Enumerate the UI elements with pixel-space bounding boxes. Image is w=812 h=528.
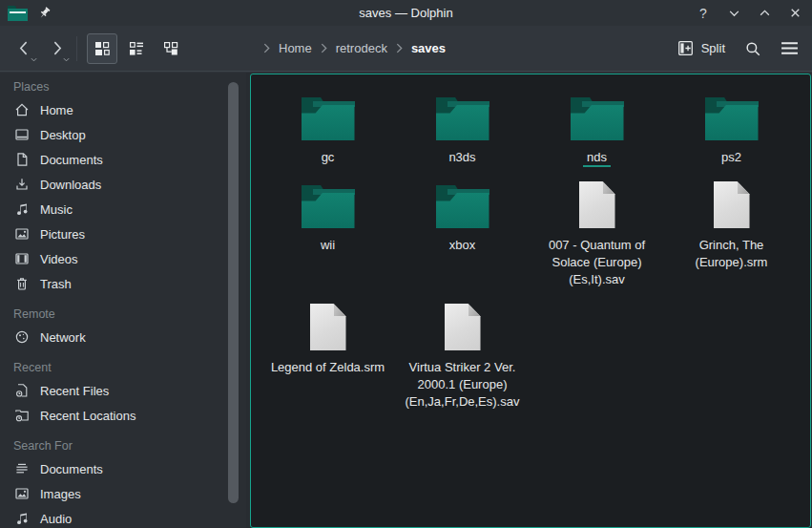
window-controls: ? [696,0,802,26]
file-grid: gc n3ds nds ps2 [251,74,810,423]
titlebar-left [8,0,52,26]
split-button[interactable]: Split [677,40,725,56]
toolbar-separator [76,36,77,61]
file-item-xbox[interactable]: xbox [395,179,530,254]
file-item-label: gc [322,149,335,166]
sidebar-item-desktop[interactable]: Desktop [0,122,246,147]
content-area: Places Home Desktop Documents Downloads [0,73,812,528]
sidebar-item-videos[interactable]: Videos [0,246,246,271]
forward-button[interactable] [44,34,69,63]
file-icon [714,179,750,228]
sidebar-item-label: Pictures [40,227,85,242]
folder-icon [571,91,624,140]
sidebar-item-network[interactable]: Network [0,325,246,349]
file-item-ps2[interactable]: ps2 [664,91,799,166]
image-icon [13,486,30,502]
maximize-button[interactable] [757,6,772,21]
file-item-label: Virtua Striker 2 Ver. 2000.1 (Europe) (E… [403,359,523,411]
back-button[interactable] [11,34,36,63]
chevron-right-icon [262,43,271,53]
file-item-legend-of-zelda[interactable]: Legend of Zelda.srm [260,301,395,376]
sidebar-item-home[interactable]: Home [0,97,246,122]
video-icon [13,251,30,267]
minimize-button[interactable] [726,6,741,21]
close-button[interactable] [787,6,802,21]
sidebar-item-label: Trash [40,277,72,291]
file-item-label: n3ds [448,149,475,166]
chevron-right-icon [395,43,404,53]
sidebar-item-downloads[interactable]: Downloads [0,172,246,197]
document-icon [13,152,30,168]
forward-dropdown-caret-icon[interactable] [63,57,70,62]
sidebar-item-label: Audio [40,512,72,526]
dolphin-app-icon [8,6,28,21]
folder-icon [436,179,489,228]
sidebar-item-documents[interactable]: Documents [0,147,246,172]
recent-files-icon [13,383,30,399]
file-item-label: wii [321,237,335,254]
sidebar-item-label: Recent Locations [40,409,135,423]
file-item-gc[interactable]: gc [260,91,395,166]
sidebar-item-search-images[interactable]: Images [0,481,246,506]
network-icon [13,329,30,346]
file-item-nds[interactable]: nds [530,91,664,166]
breadcrumb-retrodeck[interactable]: retrodeck [334,39,389,57]
pin-icon[interactable] [37,6,52,20]
picture-icon [13,226,30,243]
breadcrumb-home[interactable]: Home [277,39,314,57]
file-item-virtua-striker-2[interactable]: Virtua Striker 2 Ver. 2000.1 (Europe) (E… [395,301,530,411]
sidebar-item-label: Documents [40,153,103,167]
window-title: saves — Dolphin [0,6,812,20]
sidebar-item-label: Images [40,487,81,501]
sidebar-item-trash[interactable]: Trash [0,271,246,296]
sidebar-item-label: Videos [40,252,78,266]
audio-note-icon [13,511,30,527]
file-icon [445,301,481,350]
folder-icon [302,91,355,140]
help-button[interactable]: ? [696,6,711,21]
section-header-remote: Remote [0,305,246,325]
file-item-n3ds[interactable]: n3ds [395,91,530,166]
sidebar-item-music[interactable]: Music [0,197,246,222]
sidebar-item-label: Home [40,103,73,117]
titlebar: saves — Dolphin ? [0,0,812,26]
sidebar-item-label: Recent Files [40,384,109,398]
folder-icon [436,91,489,140]
toolbar-right: Split [677,40,799,57]
tree-view-button[interactable] [156,33,186,64]
sidebar-item-search-audio[interactable]: Audio [0,506,246,528]
file-icon [579,179,615,228]
sidebar-item-label: Network [40,330,86,345]
trash-icon [13,276,30,292]
folder-icon [302,179,355,228]
section-header-places: Places [0,77,246,97]
section-header-search-for: Search For [0,436,246,456]
file-item-label: Grinch, The (Europe).srm [672,237,792,271]
sidebar-item-search-documents[interactable]: Documents [0,456,246,481]
breadcrumb-saves[interactable]: saves [409,39,448,57]
file-item-label: nds [583,149,611,166]
sidebar-item-recent-files[interactable]: Recent Files [0,378,246,403]
home-icon [13,102,30,118]
file-item-007-quantum-of-solace[interactable]: 007 - Quantum of Solace (Europe) (Es,It)… [530,179,664,288]
folder-view[interactable]: gc n3ds nds ps2 [250,74,811,528]
sidebar-scrollbar[interactable] [228,82,239,503]
back-dropdown-caret-icon[interactable] [31,57,37,62]
sidebar-item-recent-locations[interactable]: Recent Locations [0,403,246,428]
details-view-button[interactable] [121,33,152,64]
search-icon[interactable] [744,40,761,57]
file-item-label: ps2 [721,149,741,166]
toolbar: Home retrodeck saves Split [0,26,812,72]
hamburger-menu-icon[interactable] [781,41,799,55]
chevron-right-icon [320,43,328,53]
icons-view-button[interactable] [87,33,117,64]
file-item-label: 007 - Quantum of Solace (Europe) (Es,It)… [537,237,657,288]
file-item-grinch-the[interactable]: Grinch, The (Europe).srm [664,179,799,271]
file-item-wii[interactable]: wii [260,179,395,254]
sidebar-item-pictures[interactable]: Pictures [0,222,246,246]
breadcrumb: Home retrodeck saves [262,39,448,57]
places-panel: Places Home Desktop Documents Downloads [0,73,246,528]
split-button-label: Split [701,41,725,55]
sidebar-item-label: Downloads [40,178,101,192]
download-icon [13,177,30,193]
